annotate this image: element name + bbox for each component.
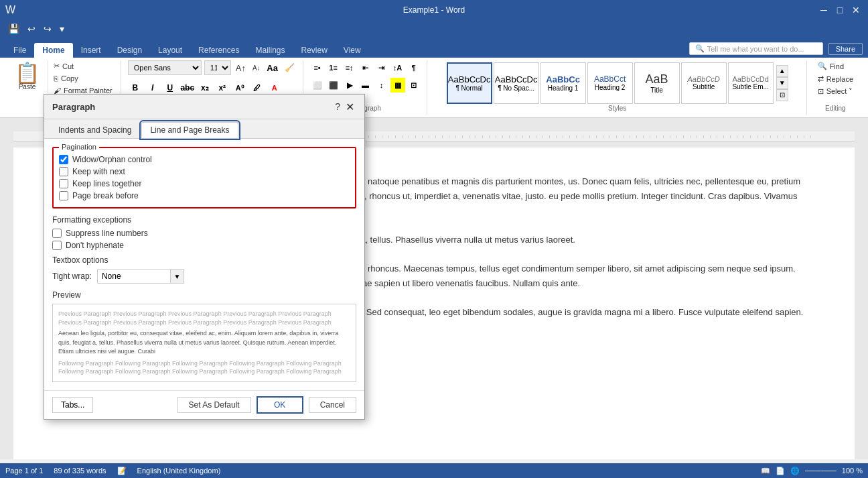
preview-prev-paragraph: Previous Paragraph Previous Paragraph Pr… bbox=[58, 310, 350, 326]
keep-lines-together-checkbox[interactable] bbox=[59, 179, 68, 188]
preview-next-paragraph: Following Paragraph Following Paragraph … bbox=[58, 359, 350, 376]
tab-line-page-breaks[interactable]: Line and Page Breaks bbox=[141, 122, 238, 138]
preview-label: Preview bbox=[52, 290, 356, 300]
tight-wrap-label: Tight wrap: bbox=[52, 272, 92, 281]
dialog-titlebar: Paragraph ? ✕ bbox=[44, 95, 364, 119]
pagination-title: Pagination bbox=[59, 143, 99, 151]
tight-wrap-select[interactable]: None ▼ bbox=[97, 269, 184, 284]
textbox-options-title: Textbox options bbox=[52, 255, 356, 265]
widow-orphan-checkbox[interactable] bbox=[59, 155, 68, 164]
suppress-line-numbers-checkbox[interactable] bbox=[52, 229, 62, 238]
dialog-tabs: Indents and Spacing Line and Page Breaks bbox=[44, 119, 364, 139]
ok-button[interactable]: OK bbox=[257, 396, 303, 414]
cancel-button[interactable]: Cancel bbox=[309, 397, 356, 413]
preview-section: Preview Previous Paragraph Previous Para… bbox=[52, 290, 356, 382]
dialog-title: Paragraph bbox=[52, 102, 95, 112]
keep-with-next-label: Keep with next bbox=[72, 167, 125, 176]
suppress-line-numbers-row[interactable]: Suppress line numbers bbox=[52, 229, 356, 238]
page-break-before-label: Page break before bbox=[72, 191, 139, 200]
page-break-before-checkbox[interactable] bbox=[59, 191, 68, 200]
tab-indents-spacing[interactable]: Indents and Spacing bbox=[50, 122, 140, 138]
formatting-exceptions-section: Formatting exceptions Suppress line numb… bbox=[52, 215, 356, 250]
preview-box: Previous Paragraph Previous Paragraph Pr… bbox=[52, 304, 356, 382]
dialog-close-button[interactable]: ✕ bbox=[343, 100, 356, 113]
preview-current-paragraph: Aenean leo ligula, porttitor eu, consequ… bbox=[58, 329, 350, 357]
dont-hyphenate-label: Don't hyphenate bbox=[66, 241, 124, 250]
dialog-content: Pagination Widow/Orphan control Keep wit… bbox=[44, 139, 364, 390]
keep-with-next-checkbox[interactable] bbox=[59, 167, 68, 176]
set-as-default-button[interactable]: Set As Default bbox=[177, 397, 251, 413]
dont-hyphenate-checkbox[interactable] bbox=[52, 241, 62, 250]
dialog-footer: Tabs... Set As Default OK Cancel bbox=[44, 390, 364, 419]
widow-orphan-row[interactable]: Widow/Orphan control bbox=[59, 155, 350, 164]
paragraph-dialog: Paragraph ? ✕ Indents and Spacing Line a… bbox=[44, 94, 365, 420]
keep-with-next-row[interactable]: Keep with next bbox=[59, 167, 350, 176]
widow-orphan-label: Widow/Orphan control bbox=[72, 155, 152, 164]
formatting-exceptions-title: Formatting exceptions bbox=[52, 215, 356, 225]
chevron-down-icon: ▼ bbox=[170, 270, 184, 283]
keep-lines-together-label: Keep lines together bbox=[72, 179, 141, 188]
dialog-help-button[interactable]: ? bbox=[335, 101, 340, 112]
page-break-before-row[interactable]: Page break before bbox=[59, 191, 350, 200]
dont-hyphenate-row[interactable]: Don't hyphenate bbox=[52, 241, 356, 250]
dialog-overlay: Paragraph ? ✕ Indents and Spacing Line a… bbox=[0, 0, 868, 459]
pagination-section: Pagination Widow/Orphan control Keep wit… bbox=[52, 147, 356, 208]
suppress-line-numbers-label: Suppress line numbers bbox=[66, 229, 148, 238]
tight-wrap-value: None bbox=[98, 272, 170, 281]
keep-lines-together-row[interactable]: Keep lines together bbox=[59, 179, 350, 188]
tabs-button[interactable]: Tabs... bbox=[52, 397, 93, 413]
textbox-options-section: Textbox options Tight wrap: None ▼ bbox=[52, 255, 356, 284]
